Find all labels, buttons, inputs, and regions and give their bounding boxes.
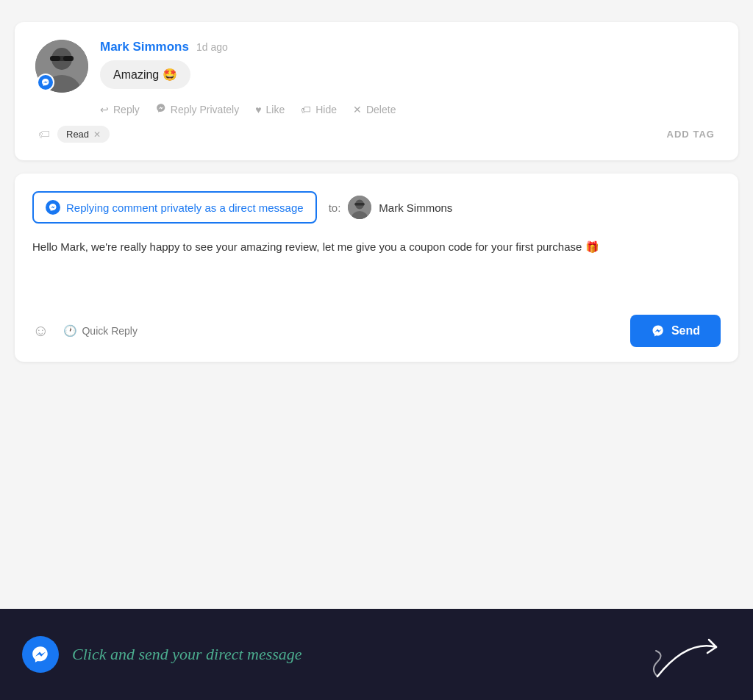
quick-reply-button[interactable]: 🕐 Quick Reply (63, 324, 137, 338)
read-tag: Read ✕ (57, 126, 110, 143)
comment-message: Amazing 🤩 (113, 68, 177, 81)
add-tag-label: ADD TAG (666, 129, 715, 140)
delete-button[interactable]: ✕ Delete (353, 104, 396, 115)
add-tag-button[interactable]: ADD TAG (666, 129, 715, 140)
send-label: Send (671, 324, 700, 338)
reply-avatar (348, 196, 371, 219)
reply-button[interactable]: ↩ Reply (100, 104, 140, 115)
reply-to-name: Mark Simmons (379, 201, 452, 214)
bottom-messenger-button[interactable] (22, 636, 59, 673)
tag-label: Read (66, 129, 89, 140)
quick-reply-label: Quick Reply (82, 325, 137, 337)
reply-header: Replying comment privately as a direct m… (32, 191, 721, 224)
tag-icon: 🏷 (38, 128, 50, 141)
comment-bubble: Amazing 🤩 (100, 60, 190, 89)
clock-icon: 🕐 (63, 324, 77, 338)
reply-to-label: to: (329, 201, 341, 214)
comment-actions: ↩ Reply Reply Privately ♥ Like 🏷 Hide (100, 103, 718, 115)
reply-privately-label: Reply Privately (171, 104, 239, 115)
messenger-icon (156, 103, 166, 115)
like-button[interactable]: ♥ Like (255, 104, 285, 115)
delete-icon: ✕ (353, 104, 362, 115)
svg-rect-5 (63, 56, 74, 61)
hide-button[interactable]: 🏷 Hide (301, 104, 337, 115)
delete-label: Delete (366, 104, 396, 115)
arrow-decoration (643, 625, 731, 684)
emoji-button[interactable]: ☺ (32, 321, 49, 340)
reply-footer: ☺ 🕐 Quick Reply Send (32, 315, 721, 347)
tags-left: 🏷 Read ✕ (38, 126, 110, 143)
reply-icon: ↩ (100, 104, 109, 115)
reply-privately-button[interactable]: Reply Privately (156, 103, 239, 115)
avatar-wrap (35, 40, 88, 93)
hide-icon: 🏷 (301, 104, 311, 115)
send-messenger-icon (651, 324, 665, 338)
reply-private-label: Replying comment privately as a direct m… (32, 191, 317, 224)
tags-row: 🏷 Read ✕ ADD TAG (35, 126, 718, 143)
comment-meta: Mark Simmons 1d ago Amazing 🤩 (100, 40, 718, 89)
reply-footer-left: ☺ 🕐 Quick Reply (32, 321, 138, 340)
comment-time: 1d ago (196, 41, 228, 53)
author-line: Mark Simmons 1d ago (100, 40, 718, 54)
send-button[interactable]: Send (630, 315, 721, 347)
messenger-icon-blue (46, 200, 60, 215)
reply-to: to: Mark Simmons (329, 196, 453, 219)
comment-header: Mark Simmons 1d ago Amazing 🤩 (35, 40, 718, 93)
author-name: Mark Simmons (100, 40, 189, 54)
like-label: Like (265, 104, 285, 115)
main-area: Mark Simmons 1d ago Amazing 🤩 ↩ Reply (0, 0, 753, 609)
messenger-badge (37, 74, 54, 91)
private-reply-text: Replying comment privately as a direct m… (66, 201, 304, 214)
bottom-cta-text: Click and send your direct message (72, 645, 302, 664)
bottom-bar: Click and send your direct message (0, 609, 753, 700)
reply-content: Hello Mark, we're really happy to see yo… (32, 238, 721, 297)
heart-icon: ♥ (255, 104, 261, 115)
svg-rect-9 (354, 203, 365, 206)
comment-card: Mark Simmons 1d ago Amazing 🤩 ↩ Reply (15, 22, 738, 160)
reply-message-text: Hello Mark, we're really happy to see yo… (32, 240, 599, 253)
reply-box: Replying comment privately as a direct m… (15, 174, 738, 362)
hide-label: Hide (315, 104, 337, 115)
svg-rect-4 (50, 56, 60, 61)
tag-close-button[interactable]: ✕ (93, 129, 101, 140)
reply-label: Reply (113, 104, 140, 115)
